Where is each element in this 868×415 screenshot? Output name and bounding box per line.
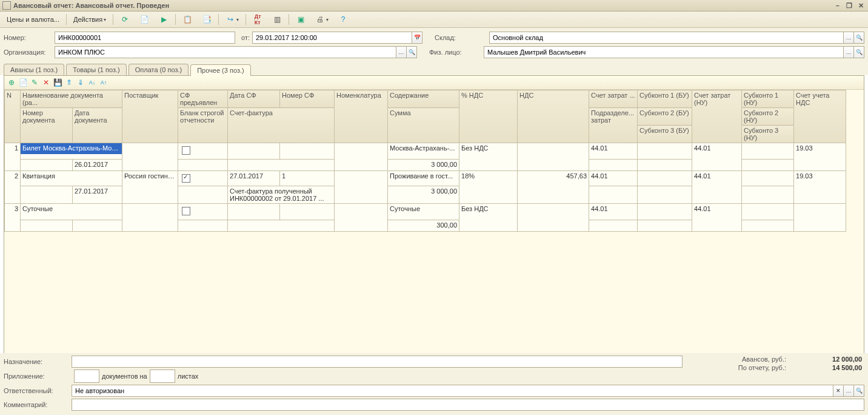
col-content[interactable]: Содержание (388, 90, 459, 108)
person-search-button[interactable]: 🔍 (854, 46, 864, 58)
close-button[interactable]: ✕ (856, 2, 866, 10)
col-docdate[interactable]: Дата документа (73, 108, 122, 143)
tb-btn-1[interactable]: ⟳ (116, 13, 134, 26)
comment-label: Комментарий: (4, 401, 72, 408)
responsible-select-button[interactable]: … (844, 385, 854, 397)
person-input[interactable] (484, 46, 844, 58)
tab-payment[interactable]: Оплата (0 поз.) (129, 64, 189, 75)
col-n[interactable]: N (5, 90, 21, 143)
window-title: Авансовый отчет: Авансовый отчет. Провед… (13, 2, 833, 9)
grid-toolbar: ⊕ 📄 ✎ ✕ 💾 ⇑ ⇓ A↓ A↑ (4, 76, 864, 90)
add-row-icon[interactable]: ⊕ (7, 78, 16, 87)
col-sub3bu[interactable]: Субконто 3 (БУ) (638, 126, 692, 143)
tb-btn-8[interactable]: ▥ (268, 13, 286, 26)
delete-row-icon[interactable]: ✕ (41, 78, 51, 87)
responsible-label: Ответственный: (4, 387, 72, 394)
edit-row-icon[interactable]: ✎ (30, 78, 39, 87)
purpose-label: Назначение: (4, 358, 72, 365)
col-sfnum[interactable]: Номер СФ (280, 90, 335, 108)
sort-desc-icon[interactable]: A↑ (99, 78, 109, 87)
app-icon (2, 1, 11, 10)
tb-btn-5[interactable]: 📑 (198, 13, 216, 26)
date-picker-button[interactable]: 📅 (412, 32, 422, 44)
table-row[interactable]: 3СуточныеСуточныеБез НДС44.0144.01 (5, 204, 864, 220)
maximize-button[interactable]: ❐ (844, 2, 854, 10)
warehouse-label: Склад: (435, 34, 489, 41)
grid-other[interactable]: N Наименование документа (ра... Поставщи… (4, 90, 864, 232)
comment-input[interactable] (72, 399, 864, 411)
number-label: Номер: (4, 34, 55, 41)
responsible-input[interactable] (72, 385, 833, 397)
totals-adv-value: 12 000,00 (804, 356, 862, 363)
col-docname[interactable]: Наименование документа (ра... (21, 90, 122, 108)
col-sub1nu[interactable]: Субконто 1 (НУ) (742, 90, 794, 108)
attach-text2: листах (178, 373, 199, 380)
date-label: от: (235, 34, 250, 41)
col-sf[interactable]: СФ предъявлен (178, 90, 228, 108)
tb-btn-3[interactable]: ▶ (155, 13, 173, 26)
col-nomen[interactable]: Номенклатура (335, 90, 388, 143)
person-label: Физ. лицо: (429, 49, 484, 56)
col-strict[interactable]: Бланк строгой отчетности (178, 108, 228, 143)
responsible-search-button[interactable]: 🔍 (854, 385, 864, 397)
move-down-icon[interactable]: ⇓ (76, 78, 85, 87)
col-sum[interactable]: Сумма (388, 108, 459, 143)
org-input[interactable] (55, 46, 396, 58)
warehouse-select-button[interactable]: … (844, 32, 854, 44)
move-up-icon[interactable]: ⇑ (64, 78, 74, 87)
col-sub3nu[interactable]: Субконто 3 (НУ) (742, 126, 794, 143)
col-sub1bu[interactable]: Субконто 1 (БУ) (638, 90, 692, 108)
prices-currency-button[interactable]: Цены и валюта... (2, 13, 64, 26)
warehouse-search-button[interactable]: 🔍 (854, 32, 864, 44)
tab-goods[interactable]: Товары (1 поз.) (66, 64, 126, 75)
col-sub2nu[interactable]: Субконто 2 (НУ) (742, 108, 794, 126)
col-acct-bu[interactable]: Счет затрат ... (589, 90, 638, 108)
col-vatamt[interactable]: НДС (518, 90, 589, 143)
tab-pane-other: ⊕ 📄 ✎ ✕ 💾 ⇑ ⇓ A↓ A↑ N Наименование докум… (4, 75, 864, 357)
col-supplier[interactable]: Поставщик (122, 90, 178, 143)
col-acct-nu[interactable]: Счет затрат (НУ) (692, 90, 742, 143)
tab-advances[interactable]: Авансы (1 поз.) (4, 64, 64, 75)
main-toolbar: Цены и валюта... Действия ⟳ 📄 ▶ 📋 📑 ↪ Дт… (0, 12, 868, 28)
attach-docs-input[interactable] (74, 369, 99, 383)
sort-asc-icon[interactable]: A↓ (87, 78, 97, 87)
save-row-icon[interactable]: 💾 (53, 78, 62, 87)
table-row[interactable]: 2КвитанцияРоссия гостиница27.01.20171Про… (5, 171, 864, 186)
totals-adv-label: Авансов, руб.: (742, 356, 786, 363)
col-invoice[interactable]: Счет-фактура (228, 108, 335, 143)
warehouse-input[interactable] (489, 32, 844, 44)
minimize-button[interactable]: – (833, 2, 843, 9)
totals: Авансов, руб.: 12 000,00 По отчету, руб.… (738, 356, 862, 373)
col-sub2bu[interactable]: Субконто 2 (БУ) (638, 108, 692, 126)
col-docnum[interactable]: Номер документа (21, 108, 73, 143)
org-select-button[interactable]: … (396, 46, 407, 58)
titlebar: Авансовый отчет: Авансовый отчет. Провед… (0, 0, 868, 12)
col-vat[interactable]: % НДС (459, 90, 518, 143)
tb-btn-2[interactable]: 📄 (135, 13, 153, 26)
person-select-button[interactable]: … (844, 46, 854, 58)
header-form: Номер: от: 📅 Склад: … 🔍 Организация: … 🔍… (0, 28, 868, 62)
date-input[interactable] (252, 32, 412, 44)
actions-dropdown[interactable]: Действия (69, 13, 110, 26)
table-row[interactable]: 1Билет Москва-Астрахань-Мос...Москва-Аст… (5, 143, 864, 160)
purpose-input[interactable] (72, 356, 683, 368)
tb-btn-dtkt[interactable]: ДтКт (249, 13, 267, 26)
col-acct-vat[interactable]: Счет учета НДС (794, 90, 846, 143)
col-sfdate[interactable]: Дата СФ (228, 90, 280, 108)
totals-rep-label: По отчету, руб.: (738, 364, 786, 371)
help-button[interactable]: ? (334, 13, 352, 26)
org-search-button[interactable]: 🔍 (407, 46, 417, 58)
tab-other[interactable]: Прочее (3 поз.) (190, 64, 250, 76)
col-subdiv[interactable]: Подразделе... затрат (589, 108, 638, 143)
responsible-clear-button[interactable]: ✕ (833, 385, 844, 397)
attach-text1: документов на (102, 373, 147, 380)
clone-row-icon[interactable]: 📄 (18, 78, 28, 87)
attach-sheets-input[interactable] (150, 369, 175, 383)
tb-btn-10[interactable]: 🖨 (311, 13, 333, 26)
tb-btn-4[interactable]: 📋 (178, 13, 196, 26)
org-label: Организация: (4, 49, 55, 56)
tb-btn-9[interactable]: ▣ (292, 13, 310, 26)
tb-btn-6[interactable]: ↪ (221, 13, 243, 26)
number-input[interactable] (55, 32, 235, 44)
tabs: Авансы (1 поз.) Товары (1 поз.) Оплата (… (0, 62, 868, 75)
